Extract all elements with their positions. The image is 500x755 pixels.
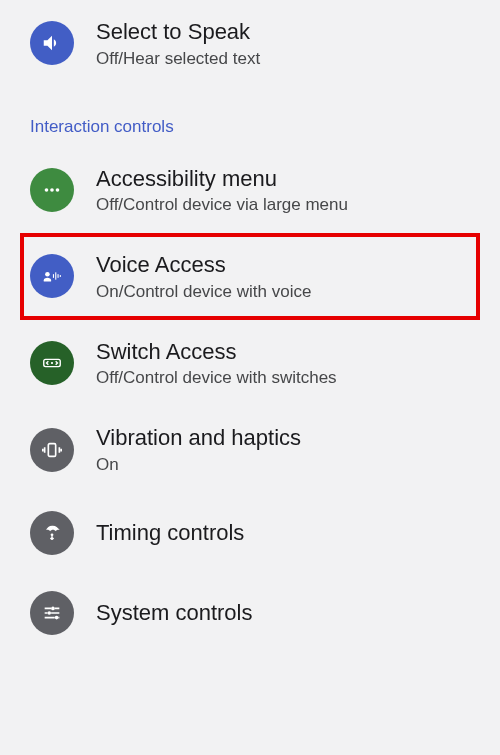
settings-item-voice-access[interactable]: Voice Access On/Control device with voic… xyxy=(20,233,480,320)
svg-point-11 xyxy=(51,533,54,536)
item-subtitle: Off/Control device via large menu xyxy=(96,195,348,215)
svg-rect-6 xyxy=(58,275,59,279)
item-title: Timing controls xyxy=(96,519,244,548)
section-header-interaction: Interaction controls xyxy=(0,87,500,147)
svg-point-12 xyxy=(51,607,55,611)
item-subtitle: Off/Hear selected text xyxy=(96,49,260,69)
settings-item-switch-access[interactable]: Switch Access Off/Control device with sw… xyxy=(0,320,500,407)
svg-rect-5 xyxy=(55,273,56,280)
settings-item-system[interactable]: System controls xyxy=(0,573,500,653)
svg-point-3 xyxy=(45,272,50,277)
svg-point-2 xyxy=(56,188,60,192)
item-subtitle: Off/Control device with switches xyxy=(96,368,337,388)
speaker-icon xyxy=(30,21,74,65)
item-subtitle: On/Control device with voice xyxy=(96,282,311,302)
timing-icon xyxy=(30,511,74,555)
item-title: Voice Access xyxy=(96,251,311,280)
settings-item-vibration[interactable]: Vibration and haptics On xyxy=(0,406,500,493)
vibration-icon xyxy=(30,428,74,472)
settings-item-select-to-speak[interactable]: Select to Speak Off/Hear selected text xyxy=(0,0,500,87)
svg-rect-10 xyxy=(48,443,55,456)
sliders-icon xyxy=(30,591,74,635)
item-title: Vibration and haptics xyxy=(96,424,301,453)
svg-point-1 xyxy=(50,188,54,192)
svg-point-14 xyxy=(55,616,59,620)
svg-rect-4 xyxy=(53,275,54,279)
dots-icon xyxy=(30,168,74,212)
switch-icon xyxy=(30,341,74,385)
item-subtitle: On xyxy=(96,455,301,475)
item-title: Switch Access xyxy=(96,338,337,367)
item-title: Select to Speak xyxy=(96,18,260,47)
svg-rect-9 xyxy=(51,362,53,364)
item-title: System controls xyxy=(96,599,253,628)
voice-icon xyxy=(30,254,74,298)
item-title: Accessibility menu xyxy=(96,165,348,194)
settings-item-timing[interactable]: Timing controls xyxy=(0,493,500,573)
settings-item-accessibility-menu[interactable]: Accessibility menu Off/Control device vi… xyxy=(0,147,500,234)
svg-point-13 xyxy=(47,611,51,615)
svg-point-0 xyxy=(45,188,49,192)
svg-rect-7 xyxy=(60,276,61,278)
